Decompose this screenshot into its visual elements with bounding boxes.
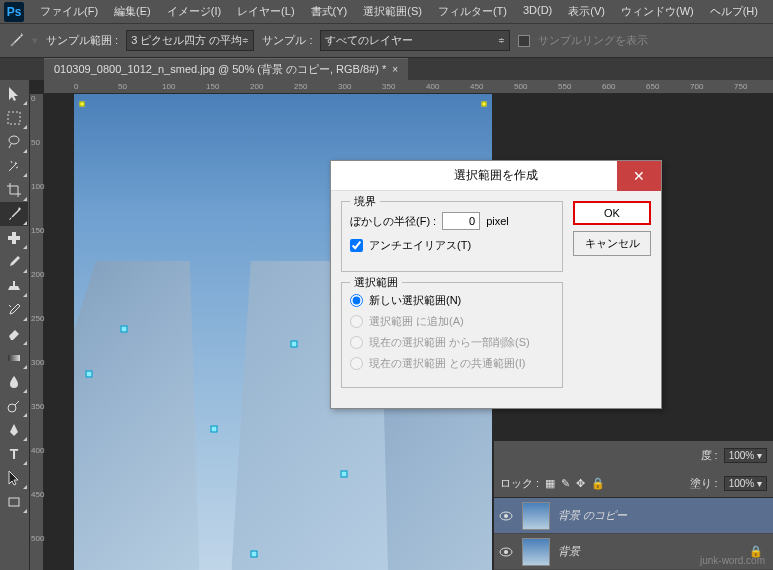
- menu-item[interactable]: 編集(E): [106, 1, 159, 22]
- menu-item[interactable]: 書式(Y): [303, 1, 356, 22]
- options-bar: ▾ サンプル範囲 : 3 ピクセル四方 の平均≑ サンプル : すべてのレイヤー…: [0, 24, 773, 58]
- fill-label: 塗り :: [690, 476, 718, 491]
- app-logo: Ps: [4, 2, 24, 22]
- marquee-tool[interactable]: [0, 106, 28, 130]
- clone-stamp-tool[interactable]: [0, 274, 28, 298]
- radio-new-selection[interactable]: 新しい選択範囲(N): [350, 293, 554, 308]
- crop-tool[interactable]: [0, 178, 28, 202]
- watermark: junk-word.com: [700, 555, 765, 566]
- layer-thumb: [522, 538, 550, 566]
- lock-transparency-icon[interactable]: ▦: [545, 477, 555, 490]
- range-fieldset: 選択範囲 新しい選択範囲(N) 選択範囲 に追加(A) 現在の選択範囲 から一部…: [341, 282, 563, 388]
- svg-point-7: [504, 514, 508, 518]
- radio-intersect-selection: 現在の選択範囲 との共通範囲(I): [350, 356, 554, 371]
- dodge-tool[interactable]: [0, 394, 28, 418]
- blur-tool[interactable]: [0, 370, 28, 394]
- tab-title: 010309_0800_1012_n_smed.jpg @ 50% (背景 のコ…: [54, 62, 386, 77]
- layer-thumb: [522, 502, 550, 530]
- right-panels: 度 : 100% ▾ ロック : ▦ ✎ ✥ 🔒 塗り : 100% ▾ 背景 …: [493, 441, 773, 570]
- menu-item[interactable]: 表示(V): [560, 1, 613, 22]
- boundary-legend: 境界: [350, 194, 380, 209]
- menu-item[interactable]: 選択範囲(S): [355, 1, 430, 22]
- document-tabbar: 010309_0800_1012_n_smed.jpg @ 50% (背景 のコ…: [0, 58, 773, 80]
- eraser-tool[interactable]: [0, 322, 28, 346]
- menu-item[interactable]: 3D(D): [515, 1, 560, 22]
- visibility-icon[interactable]: [498, 508, 514, 524]
- feather-input[interactable]: [442, 212, 480, 230]
- lasso-tool[interactable]: [0, 130, 28, 154]
- svg-rect-0: [8, 112, 20, 124]
- sample-select[interactable]: すべてのレイヤー≑: [320, 30, 510, 51]
- menu-item[interactable]: イメージ(I): [159, 1, 229, 22]
- fill-value[interactable]: 100% ▾: [724, 476, 767, 491]
- close-tab-icon[interactable]: ×: [392, 64, 398, 75]
- svg-rect-2: [8, 236, 20, 240]
- dialog-title-text: 選択範囲を作成: [454, 167, 538, 184]
- radio-subtract-selection: 現在の選択範囲 から一部削除(S): [350, 335, 554, 350]
- svg-point-4: [8, 404, 16, 412]
- svg-rect-3: [8, 355, 20, 361]
- healing-brush-tool[interactable]: [0, 226, 28, 250]
- lock-label: ロック :: [500, 476, 539, 491]
- antialias-label: アンチエイリアス(T): [369, 238, 471, 253]
- layer-row[interactable]: 背景 のコピー: [494, 498, 773, 534]
- antialias-checkbox[interactable]: [350, 239, 363, 252]
- sample-range-select[interactable]: 3 ピクセル四方 の平均≑: [126, 30, 254, 51]
- cancel-button[interactable]: キャンセル: [573, 231, 651, 256]
- sample-ring-checkbox[interactable]: [518, 35, 530, 47]
- ruler-horizontal: 0501001502002503003504004505005506006507…: [44, 80, 773, 94]
- eyedropper-icon: [8, 32, 24, 50]
- gradient-tool[interactable]: [0, 346, 28, 370]
- lock-paint-icon[interactable]: ✎: [561, 477, 570, 490]
- feather-label: ぼかしの半径(F) :: [350, 214, 436, 229]
- radio-add-selection: 選択範囲 に追加(A): [350, 314, 554, 329]
- layer-name: 背景: [558, 544, 580, 559]
- feather-unit: pixel: [486, 215, 509, 227]
- dialog-titlebar: 選択範囲を作成 ✕: [331, 161, 661, 191]
- menubar: Ps ファイル(F)編集(E)イメージ(I)レイヤー(L)書式(Y)選択範囲(S…: [0, 0, 773, 24]
- rectangle-tool[interactable]: [0, 490, 28, 514]
- type-tool[interactable]: T: [0, 442, 28, 466]
- svg-rect-5: [9, 498, 19, 506]
- brush-tool[interactable]: [0, 250, 28, 274]
- ok-button[interactable]: OK: [573, 201, 651, 225]
- range-legend: 選択範囲: [350, 275, 402, 290]
- menu-item[interactable]: ファイル(F): [32, 1, 106, 22]
- sample-ring-label: サンプルリングを表示: [538, 33, 648, 48]
- pen-tool[interactable]: [0, 418, 28, 442]
- toolbox: T: [0, 80, 30, 570]
- path-select-tool[interactable]: [0, 466, 28, 490]
- lock-all-icon[interactable]: 🔒: [591, 477, 605, 490]
- sample-label: サンプル :: [262, 33, 312, 48]
- close-icon[interactable]: ✕: [617, 161, 661, 191]
- move-tool[interactable]: [0, 82, 28, 106]
- menu-item[interactable]: ヘルプ(H): [702, 1, 766, 22]
- ruler-vertical: 050100150200250300350400450500: [30, 94, 44, 570]
- svg-point-9: [504, 550, 508, 554]
- boundary-fieldset: 境界 ぼかしの半径(F) : pixel アンチエイリアス(T): [341, 201, 563, 272]
- history-brush-tool[interactable]: [0, 298, 28, 322]
- lock-position-icon[interactable]: ✥: [576, 477, 585, 490]
- eyedropper-tool[interactable]: [0, 202, 28, 226]
- menu-item[interactable]: レイヤー(L): [229, 1, 302, 22]
- make-selection-dialog: 選択範囲を作成 ✕ 境界 ぼかしの半径(F) : pixel アンチエイリアス(…: [330, 160, 662, 409]
- document-tab[interactable]: 010309_0800_1012_n_smed.jpg @ 50% (背景 のコ…: [44, 58, 408, 80]
- opacity-label: 度 :: [701, 448, 718, 463]
- layer-name: 背景 のコピー: [558, 508, 627, 523]
- menu-item[interactable]: フィルター(T): [430, 1, 515, 22]
- menu-item[interactable]: ウィンドウ(W): [613, 1, 702, 22]
- magic-wand-tool[interactable]: [0, 154, 28, 178]
- sample-range-label: サンプル範囲 :: [46, 33, 118, 48]
- visibility-icon[interactable]: [498, 544, 514, 560]
- opacity-value[interactable]: 100% ▾: [724, 448, 767, 463]
